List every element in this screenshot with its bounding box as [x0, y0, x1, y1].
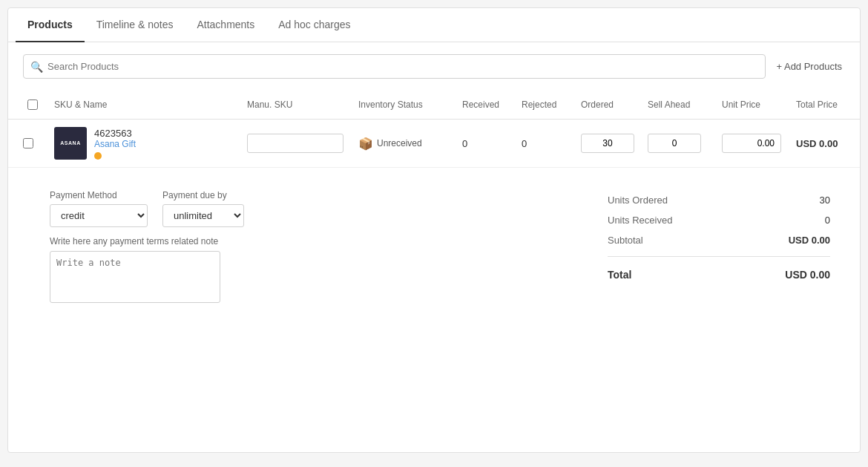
units-received-row: Units Received 0	[608, 210, 830, 230]
payment-method-label: Payment Method	[50, 190, 148, 200]
total-value: USD 0.00	[785, 269, 830, 281]
row-checkbox[interactable]	[23, 138, 33, 148]
payment-due-field: Payment due by unlimited 7 days 14 days …	[162, 190, 244, 227]
total-row: Total USD 0.00	[608, 263, 830, 287]
inventory-status-display: 📦 Unreceived	[358, 137, 453, 151]
units-ordered-value: 30	[820, 195, 830, 206]
tab-adhoc[interactable]: Ad hoc charges	[266, 8, 362, 42]
header-ordered: Ordered	[576, 97, 643, 113]
total-price-value: USD 0.00	[796, 138, 838, 149]
product-status-dot	[94, 152, 102, 160]
product-thumb-text: ASANA	[60, 140, 80, 146]
total-price-cell: USD 0.00	[792, 138, 868, 149]
toolbar: 🔍 + Add Products	[8, 42, 860, 91]
payment-section: Payment Method credit debit cash bank tr…	[8, 168, 860, 320]
payment-summary: Units Ordered 30 Units Received 0 Subtot…	[608, 190, 830, 305]
unit-price-cell	[717, 134, 792, 153]
payment-note-label: Write here any payment terms related not…	[50, 236, 244, 246]
tab-timeline[interactable]: Timeline & notes	[85, 8, 185, 42]
header-inventory-status: Inventory Status	[354, 97, 458, 113]
units-received-label: Units Received	[608, 215, 672, 226]
payment-due-select[interactable]: unlimited 7 days 14 days 30 days 60 days	[162, 204, 244, 227]
product-thumbnail: ASANA	[54, 127, 87, 160]
header-sell-ahead: Sell Ahead	[643, 97, 717, 113]
product-info-cell: ASANA 4623563 Asana Gift	[50, 127, 243, 160]
subtotal-value: USD 0.00	[789, 235, 830, 246]
manu-sku-cell	[243, 134, 354, 153]
unit-price-input[interactable]	[722, 134, 781, 153]
header-total-price: Total Price	[792, 97, 868, 113]
ordered-cell	[576, 134, 643, 153]
table-header: SKU & Name Manu. SKU Inventory Status Re…	[8, 91, 860, 120]
header-check	[23, 97, 50, 113]
header-unit-price: Unit Price	[717, 97, 792, 113]
summary-table: Units Ordered 30 Units Received 0 Subtot…	[608, 190, 830, 287]
units-received-value: 0	[825, 215, 830, 226]
subtotal-label: Subtotal	[608, 235, 643, 246]
select-all-checkbox[interactable]	[27, 99, 38, 110]
tabs-bar: Products Timeline & notes Attachments Ad…	[8, 8, 860, 42]
payment-left: Payment Method credit debit cash bank tr…	[50, 190, 244, 305]
sell-ahead-input[interactable]	[648, 134, 701, 153]
product-info: ASANA 4623563 Asana Gift	[54, 127, 238, 160]
search-wrapper: 🔍	[23, 54, 766, 79]
units-ordered-row: Units Ordered 30	[608, 190, 830, 210]
inventory-status-cell: 📦 Unreceived	[354, 137, 458, 151]
header-received: Received	[458, 97, 517, 113]
summary-divider	[608, 256, 830, 257]
payment-method-field: Payment Method credit debit cash bank tr…	[50, 190, 148, 227]
units-ordered-label: Units Ordered	[608, 195, 668, 206]
table-row: ASANA 4623563 Asana Gift 📦 Unreceived 0 …	[8, 120, 860, 168]
page-wrapper: Products Timeline & notes Attachments Ad…	[7, 7, 861, 453]
add-products-button[interactable]: + Add Products	[773, 55, 845, 78]
row-checkbox-cell	[23, 138, 50, 148]
sell-ahead-cell	[643, 134, 717, 153]
ordered-input[interactable]	[581, 134, 634, 153]
unreceived-icon: 📦	[358, 137, 373, 151]
subtotal-row: Subtotal USD 0.00	[608, 230, 830, 250]
total-label: Total	[608, 269, 631, 281]
header-rejected: Rejected	[517, 97, 576, 113]
manu-sku-input[interactable]	[247, 134, 343, 153]
product-details: 4623563 Asana Gift	[94, 128, 136, 160]
payment-fields-row: Payment Method credit debit cash bank tr…	[50, 190, 244, 227]
product-sku: 4623563	[94, 128, 136, 139]
rejected-cell: 0	[517, 138, 576, 149]
payment-due-label: Payment due by	[162, 190, 244, 200]
tab-products[interactable]: Products	[16, 8, 85, 42]
payment-method-select[interactable]: credit debit cash bank transfer	[50, 204, 148, 227]
payment-note-textarea[interactable]	[50, 251, 220, 303]
search-icon: 🔍	[30, 61, 43, 73]
header-sku-name: SKU & Name	[50, 97, 243, 113]
received-cell: 0	[458, 138, 517, 149]
search-input[interactable]	[23, 54, 766, 79]
product-name-link[interactable]: Asana Gift	[94, 139, 136, 149]
tab-attachments[interactable]: Attachments	[185, 8, 266, 42]
header-manu-sku: Manu. SKU	[243, 97, 354, 113]
inventory-status-text: Unreceived	[377, 138, 422, 148]
